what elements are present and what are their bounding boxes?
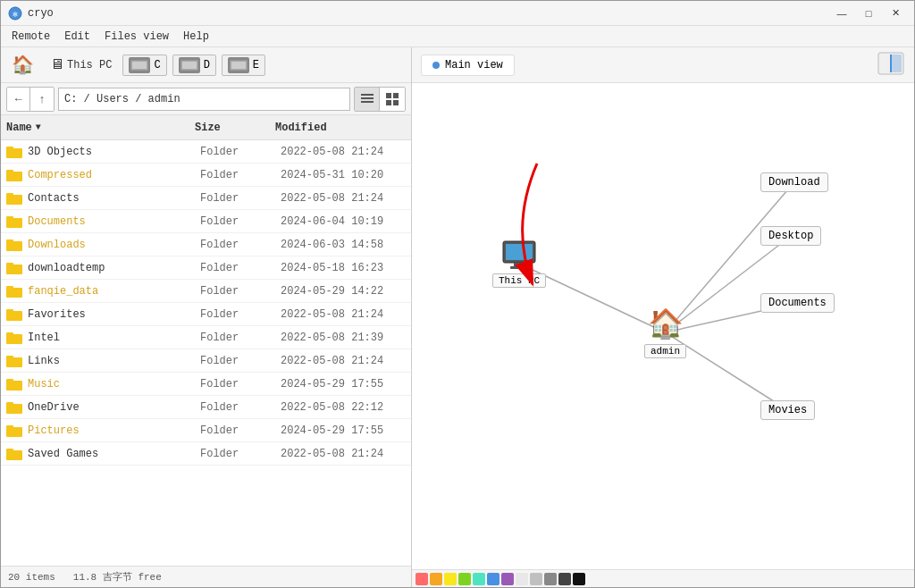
list-view-button[interactable] — [355, 88, 380, 111]
drive-e-button[interactable]: E — [222, 55, 265, 76]
file-name: fanqie_data — [28, 285, 200, 298]
palette-color[interactable] — [558, 573, 571, 585]
file-modified: 2024-06-04 10:19 — [281, 215, 406, 228]
this-pc-button[interactable]: 🖥 This PC — [45, 54, 117, 76]
file-row[interactable]: Saved GamesFolder2022-05-08 21:24 — [1, 442, 411, 466]
monitor-icon: 🖥 — [50, 56, 64, 73]
file-modified: 2022-05-08 21:24 — [281, 192, 406, 205]
svg-rect-32 — [6, 332, 13, 336]
svg-rect-13 — [386, 100, 391, 105]
address-path[interactable]: C: / Users / admin — [58, 88, 350, 111]
back-button[interactable]: ← — [7, 88, 30, 111]
modified-column-header[interactable]: Modified — [275, 122, 400, 134]
palette-color[interactable] — [416, 573, 428, 585]
folder-icon — [6, 424, 22, 438]
close-button[interactable]: ✕ — [884, 4, 907, 22]
folder-icon — [6, 145, 22, 159]
viz-panel-toggle[interactable] — [877, 51, 905, 80]
file-row[interactable]: DownloadsFolder2024-06-03 14:58 — [1, 233, 411, 256]
file-size: Folder — [200, 285, 281, 298]
file-row[interactable]: ContactsFolder2022-05-08 21:24 — [1, 187, 411, 210]
palette-color[interactable] — [573, 573, 585, 585]
graph-area: This PC 🏠 admin Download Desktop Documen… — [412, 83, 914, 569]
menu-filesview[interactable]: Files view — [97, 29, 176, 45]
file-size: Folder — [200, 378, 281, 391]
file-row[interactable]: fanqie_dataFolder2024-05-29 14:22 — [1, 280, 411, 303]
file-row[interactable]: IntelFolder2022-05-08 21:39 — [1, 326, 411, 349]
menu-help[interactable]: Help — [176, 29, 216, 45]
svg-rect-30 — [6, 309, 13, 313]
palette-color[interactable] — [473, 573, 485, 585]
file-row[interactable]: MusicFolder2024-05-29 17:55 — [1, 373, 411, 396]
drive-d-button[interactable]: D — [172, 55, 216, 76]
movies-node[interactable]: Movies — [760, 400, 815, 420]
file-modified: 2022-05-08 21:24 — [281, 146, 406, 158]
quick-access-toolbar: 🏠 🖥 This PC C D — [1, 47, 411, 83]
file-name: Compressed — [28, 169, 200, 181]
file-row[interactable]: LinksFolder2022-05-08 21:24 — [1, 349, 411, 373]
file-name: OneDrive — [28, 401, 200, 414]
folder-icon — [6, 400, 22, 415]
file-row[interactable]: DocumentsFolder2024-06-04 10:19 — [1, 210, 411, 233]
app-icon: ❄ — [8, 6, 22, 21]
up-button[interactable]: ↑ — [30, 88, 54, 111]
file-modified: 2024-05-18 16:23 — [281, 262, 406, 274]
file-row[interactable]: FavoritesFolder2022-05-08 21:24 — [1, 303, 411, 326]
menu-edit[interactable]: Edit — [57, 29, 97, 45]
palette-color[interactable] — [530, 573, 542, 585]
documents-node[interactable]: Documents — [760, 293, 835, 313]
file-row[interactable]: 3D ObjectsFolder2022-05-08 21:24 — [1, 140, 411, 164]
this-pc-label: This PC — [67, 59, 112, 71]
palette-color[interactable] — [501, 573, 514, 585]
drive-e-icon — [228, 57, 249, 73]
drive-c-button[interactable]: C — [122, 55, 166, 76]
folder-icon — [6, 354, 22, 368]
drive-c-icon — [129, 57, 150, 73]
name-column-header[interactable]: Name ▼ — [6, 122, 195, 134]
folder-icon — [6, 238, 22, 252]
home-button[interactable]: 🏠 — [6, 51, 39, 79]
file-modified: 2022-05-08 21:39 — [281, 332, 406, 344]
admin-node[interactable]: 🏠 admin — [644, 307, 686, 358]
file-row[interactable]: OneDriveFolder2022-05-08 22:12 — [1, 396, 411, 419]
file-size: Folder — [200, 332, 281, 344]
download-node[interactable]: Download — [760, 172, 828, 192]
minimize-button[interactable]: — — [830, 4, 853, 22]
svg-rect-3 — [132, 62, 147, 69]
admin-node-label: admin — [644, 344, 686, 358]
palette-color[interactable] — [444, 573, 457, 585]
palette-color[interactable] — [487, 573, 499, 585]
main-view-label: Main view — [445, 59, 503, 71]
file-name: Favorites — [28, 308, 200, 321]
main-view-tab[interactable]: Main view — [421, 55, 515, 76]
this-pc-node-label: This PC — [492, 273, 546, 288]
palette-color[interactable] — [458, 573, 471, 585]
file-name: Downloads — [28, 239, 200, 251]
palette-color[interactable] — [516, 573, 528, 585]
file-name: downloadtemp — [28, 262, 200, 274]
file-panel: 🏠 🖥 This PC C D — [1, 47, 412, 587]
folder-icon — [6, 377, 22, 391]
file-row[interactable]: CompressedFolder2024-05-31 10:20 — [1, 164, 411, 187]
file-modified: 2024-05-29 17:55 — [281, 378, 406, 391]
app-name: cryo — [28, 7, 54, 20]
palette-color[interactable] — [544, 573, 557, 585]
svg-rect-8 — [361, 94, 374, 96]
file-name: Intel — [28, 332, 200, 344]
this-pc-node[interactable]: This PC — [492, 239, 546, 288]
file-row[interactable]: PicturesFolder2024-05-29 17:55 — [1, 419, 411, 442]
palette-color[interactable] — [430, 573, 442, 585]
svg-rect-22 — [6, 216, 13, 220]
size-column-header[interactable]: Size — [195, 122, 275, 134]
file-size: Folder — [200, 424, 281, 437]
file-row[interactable]: downloadtempFolder2024-05-18 16:23 — [1, 256, 411, 280]
menu-remote[interactable]: Remote — [4, 29, 57, 45]
desktop-node[interactable]: Desktop — [760, 226, 821, 246]
view-toggle — [354, 87, 406, 112]
tab-dot — [432, 62, 440, 69]
svg-rect-14 — [393, 100, 399, 105]
grid-view-button[interactable] — [380, 88, 405, 111]
drive-c-label: C — [154, 59, 160, 71]
file-name: Contacts — [28, 192, 200, 205]
maximize-button[interactable]: □ — [857, 4, 880, 22]
